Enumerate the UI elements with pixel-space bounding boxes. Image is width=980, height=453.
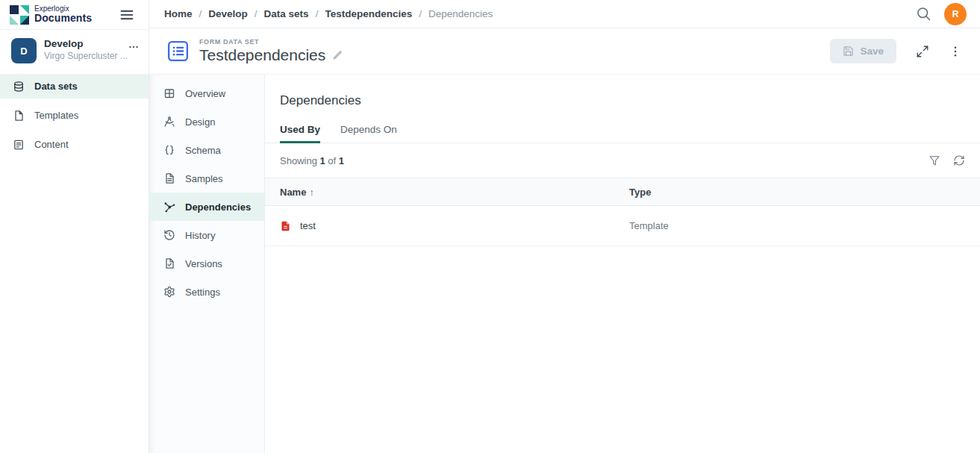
breadcrumb-item-testdependencies[interactable]: Testdependencies [325,8,412,19]
breadcrumb: Home / Develop / Data sets / Testdepende… [164,8,493,19]
form-data-set-icon [166,39,190,63]
showing-total: 1 [339,155,344,166]
showing-prefix: Showing [280,155,317,166]
table-header: Name↑ Type [265,178,980,206]
subnav-item-label: Settings [185,287,220,298]
subnav-item-settings[interactable]: Settings [149,278,264,306]
save-icon [843,46,854,57]
sidebar-item-content[interactable]: Content [0,132,149,157]
showing-count-text: Showing 1 of 1 [280,155,344,166]
breadcrumb-separator: / [255,8,258,19]
save-button-label: Save [860,46,884,57]
showing-of: of [328,155,336,166]
network-icon [163,201,175,213]
workspace-selector[interactable]: D Develop Virgo Supercluster ... [0,30,149,72]
table-row[interactable]: test Template [265,206,980,246]
subnav-item-overview[interactable]: Overview [149,79,264,107]
main-sidebar: Experlogix Documents D Develop Virgo Sup… [0,0,149,453]
page-title: Testdependencies [199,46,325,64]
experlogix-logo-icon [10,5,29,25]
column-header-type[interactable]: Type [629,187,965,198]
topbar: Home / Develop / Data sets / Testdepende… [149,0,980,28]
file-check-icon [163,257,175,269]
compass-icon [163,116,175,128]
subnav-item-label: History [185,230,215,241]
workspace-name: Develop [44,38,120,49]
sidebar-nav: Data sets Templates Content [0,74,149,157]
subnav-item-label: Samples [185,173,223,184]
results-actions [928,154,965,166]
subnav-item-label: Overview [185,88,225,99]
history-clock-icon [163,229,175,241]
dependencies-panel: Dependencies Used By Depends On Showing … [265,75,980,453]
sidebar-item-label: Data sets [34,81,78,92]
subnav-item-label: Versions [185,258,222,269]
subnav-item-dependencies[interactable]: Dependencies [149,193,264,221]
page-header: FORM DATA SET Testdependencies Save [149,28,980,75]
subnav-item-design[interactable]: Design [149,107,264,136]
subnav-item-history[interactable]: History [149,221,264,249]
showing-count: 1 [320,155,325,166]
expand-fullscreen-icon[interactable] [916,45,929,58]
breadcrumb-current: Dependencies [428,8,493,19]
sidebar-item-data-sets[interactable]: Data sets [0,74,149,99]
tab-used-by[interactable]: Used By [280,124,320,143]
row-name-cell: test [280,220,629,232]
subnav-item-samples[interactable]: Samples [149,164,264,193]
brand-bottom: Documents [34,13,92,24]
workspace-avatar: D [11,38,37,63]
subnav-item-schema[interactable]: Schema [149,136,264,164]
content-card-icon [13,139,25,151]
sidebar-item-label: Templates [34,110,78,121]
workspace-text: Develop Virgo Supercluster ... [44,38,120,61]
workspace-subtitle: Virgo Supercluster ... [44,51,120,61]
search-icon[interactable] [916,6,931,22]
file-icon [163,172,175,184]
breadcrumb-separator: / [419,8,422,19]
breadcrumb-item-data-sets[interactable]: Data sets [264,8,309,19]
column-header-name[interactable]: Name↑ [280,187,629,198]
gear-icon [163,286,175,298]
breadcrumb-item-develop[interactable]: Develop [208,8,248,19]
topbar-right: R [916,3,967,25]
database-icon [13,81,25,93]
subnav-item-label: Design [185,116,215,128]
section-heading: Dependencies [265,75,980,108]
hamburger-menu-icon[interactable] [117,5,137,25]
logo-wordmark: Experlogix Documents [34,5,92,25]
user-avatar[interactable]: R [944,3,967,25]
row-type-label: Template [629,220,965,231]
dependencies-tabs: Used By Depends On [265,124,980,143]
subnav-item-label: Schema [185,145,221,156]
braces-icon [163,144,175,156]
tab-depends-on[interactable]: Depends On [340,124,397,143]
red-file-icon [280,220,291,232]
app-logo[interactable]: Experlogix Documents [10,5,92,25]
edit-title-pencil-icon[interactable] [332,50,343,60]
breadcrumb-separator: / [199,8,202,19]
subnav-item-versions[interactable]: Versions [149,249,264,278]
results-toolbar: Showing 1 of 1 [265,143,980,178]
file-icon [13,110,25,122]
filter-icon[interactable] [928,154,940,166]
sidebar-item-label: Content [34,139,69,150]
save-button[interactable]: Save [830,39,896,63]
dataset-subnav: Overview Design Schema Samples [149,75,265,453]
sidebar-item-templates[interactable]: Templates [0,103,149,128]
refresh-icon[interactable] [953,154,965,166]
grid-icon [163,87,175,99]
breadcrumb-item-home[interactable]: Home [164,8,193,19]
logo-row: Experlogix Documents [0,0,149,30]
column-name-label: Name [280,187,306,198]
subnav-item-label: Dependencies [185,201,251,213]
page-header-text: FORM DATA SET Testdependencies [199,38,343,64]
breadcrumb-separator: / [316,8,319,19]
entity-kind-label: FORM DATA SET [199,38,343,46]
page-header-actions: Save [830,39,962,63]
workspace-more-icon[interactable] [128,38,140,53]
row-name-label[interactable]: test [300,220,316,231]
kebab-menu-icon[interactable] [949,45,962,58]
sort-ascending-indicator: ↑ [309,187,314,198]
